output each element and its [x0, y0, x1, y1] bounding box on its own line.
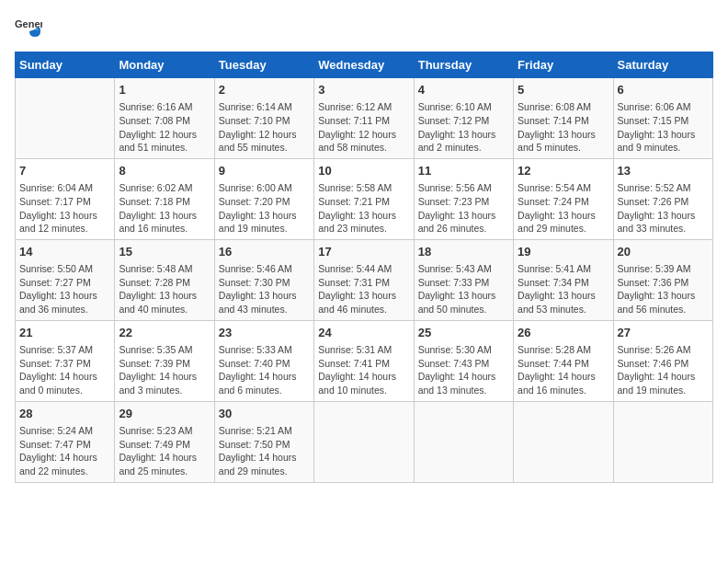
- calendar-cell: 24Sunrise: 5:31 AMSunset: 7:41 PMDayligh…: [314, 320, 414, 401]
- cell-line: Sunset: 7:10 PM: [219, 114, 310, 128]
- cell-content: Sunrise: 5:48 AMSunset: 7:28 PMDaylight:…: [119, 262, 210, 316]
- cell-line: Daylight: 13 hours: [119, 209, 210, 223]
- cell-line: Daylight: 14 hours: [219, 370, 310, 384]
- cell-line: Sunrise: 5:46 AM: [219, 262, 310, 276]
- cell-content: Sunrise: 5:24 AMSunset: 7:47 PMDaylight:…: [19, 424, 110, 478]
- day-number: 19: [518, 244, 609, 260]
- cell-line: Sunrise: 6:16 AM: [119, 100, 210, 114]
- cell-content: Sunrise: 5:26 AMSunset: 7:46 PMDaylight:…: [618, 343, 709, 397]
- calendar-cell: 11Sunrise: 5:56 AMSunset: 7:23 PMDayligh…: [414, 158, 513, 239]
- cell-content: Sunrise: 5:37 AMSunset: 7:37 PMDaylight:…: [19, 343, 110, 397]
- day-number: 7: [19, 163, 110, 179]
- cell-content: Sunrise: 6:06 AMSunset: 7:15 PMDaylight:…: [618, 100, 709, 155]
- cell-line: Daylight: 14 hours: [518, 370, 609, 384]
- days-header-row: SundayMondayTuesdayWednesdayThursdayFrid…: [16, 52, 713, 78]
- cell-line: Daylight: 13 hours: [219, 209, 310, 223]
- cell-line: Sunrise: 6:10 AM: [418, 100, 509, 114]
- cell-line: Sunrise: 5:28 AM: [518, 343, 609, 357]
- day-number: 2: [219, 82, 310, 98]
- cell-content: Sunrise: 6:12 AMSunset: 7:11 PMDaylight:…: [318, 100, 409, 155]
- day-of-week-wednesday: Wednesday: [314, 52, 414, 78]
- cell-line: Daylight: 14 hours: [318, 370, 409, 384]
- day-number: 15: [119, 244, 210, 260]
- cell-line: and 23 minutes.: [318, 222, 409, 236]
- cell-line: and 5 minutes.: [518, 141, 609, 155]
- cell-line: Sunrise: 6:06 AM: [618, 100, 709, 114]
- cell-content: Sunrise: 6:08 AMSunset: 7:14 PMDaylight:…: [518, 100, 609, 155]
- cell-line: and 53 minutes.: [518, 303, 609, 316]
- cell-line: Daylight: 13 hours: [518, 289, 609, 303]
- calendar-cell: 2Sunrise: 6:14 AMSunset: 7:10 PMDaylight…: [214, 78, 313, 159]
- cell-line: Sunset: 7:46 PM: [618, 357, 709, 371]
- logo-icon: General: [15, 15, 42, 42]
- week-row-2: 7Sunrise: 6:04 AMSunset: 7:17 PMDaylight…: [16, 158, 713, 239]
- calendar-cell: 18Sunrise: 5:43 AMSunset: 7:33 PMDayligh…: [414, 239, 513, 320]
- day-number: 26: [518, 325, 609, 341]
- cell-content: Sunrise: 5:52 AMSunset: 7:26 PMDaylight:…: [618, 181, 709, 236]
- cell-line: Sunrise: 5:44 AM: [318, 262, 409, 276]
- cell-line: Daylight: 13 hours: [418, 289, 509, 303]
- logo: General: [15, 15, 46, 42]
- day-number: 30: [219, 406, 310, 422]
- cell-line: and 6 minutes.: [219, 384, 310, 397]
- day-number: 3: [318, 82, 409, 98]
- week-row-3: 14Sunrise: 5:50 AMSunset: 7:27 PMDayligh…: [16, 239, 713, 320]
- cell-line: and 22 minutes.: [19, 465, 110, 478]
- cell-content: Sunrise: 6:10 AMSunset: 7:12 PMDaylight:…: [418, 100, 509, 155]
- cell-line: Sunset: 7:15 PM: [618, 114, 709, 128]
- day-number: 27: [618, 325, 709, 341]
- cell-line: Sunset: 7:47 PM: [19, 438, 110, 452]
- cell-line: and 2 minutes.: [418, 141, 509, 155]
- day-number: 20: [618, 244, 709, 260]
- day-number: 23: [219, 325, 310, 341]
- cell-content: Sunrise: 5:21 AMSunset: 7:50 PMDaylight:…: [219, 424, 310, 478]
- day-number: 22: [119, 325, 210, 341]
- day-of-week-monday: Monday: [115, 52, 214, 78]
- day-number: 18: [418, 244, 509, 260]
- cell-line: Daylight: 13 hours: [618, 289, 709, 303]
- cell-content: Sunrise: 5:33 AMSunset: 7:40 PMDaylight:…: [219, 343, 310, 397]
- cell-line: Daylight: 13 hours: [19, 289, 110, 303]
- cell-line: Sunset: 7:36 PM: [618, 276, 709, 290]
- cell-line: Sunrise: 5:41 AM: [518, 262, 609, 276]
- day-number: 25: [418, 325, 509, 341]
- cell-line: Sunrise: 6:12 AM: [318, 100, 409, 114]
- day-number: 9: [219, 163, 310, 179]
- day-number: 13: [618, 163, 709, 179]
- calendar-cell: [613, 401, 712, 482]
- calendar-cell: 13Sunrise: 5:52 AMSunset: 7:26 PMDayligh…: [613, 158, 712, 239]
- calendar-cell: 1Sunrise: 6:16 AMSunset: 7:08 PMDaylight…: [115, 78, 214, 159]
- calendar-cell: 19Sunrise: 5:41 AMSunset: 7:34 PMDayligh…: [514, 239, 613, 320]
- cell-line: Sunrise: 6:04 AM: [19, 181, 110, 195]
- calendar-cell: [514, 401, 613, 482]
- day-number: 12: [518, 163, 609, 179]
- cell-line: and 9 minutes.: [618, 141, 709, 155]
- day-of-week-sunday: Sunday: [16, 52, 115, 78]
- cell-line: Daylight: 14 hours: [19, 370, 110, 384]
- calendar-cell: 20Sunrise: 5:39 AMSunset: 7:36 PMDayligh…: [613, 239, 712, 320]
- cell-line: Sunrise: 6:14 AM: [219, 100, 310, 114]
- cell-line: Sunrise: 5:58 AM: [318, 181, 409, 195]
- cell-line: and 16 minutes.: [119, 222, 210, 236]
- cell-content: Sunrise: 6:16 AMSunset: 7:08 PMDaylight:…: [119, 100, 210, 155]
- calendar-cell: 4Sunrise: 6:10 AMSunset: 7:12 PMDaylight…: [414, 78, 513, 159]
- cell-line: and 29 minutes.: [518, 222, 609, 236]
- day-of-week-friday: Friday: [514, 52, 613, 78]
- calendar-cell: 23Sunrise: 5:33 AMSunset: 7:40 PMDayligh…: [214, 320, 313, 401]
- day-number: 28: [19, 406, 110, 422]
- cell-line: Daylight: 14 hours: [219, 451, 310, 465]
- day-number: 10: [318, 163, 409, 179]
- cell-content: Sunrise: 5:28 AMSunset: 7:44 PMDaylight:…: [518, 343, 609, 397]
- cell-content: Sunrise: 5:35 AMSunset: 7:39 PMDaylight:…: [119, 343, 210, 397]
- cell-content: Sunrise: 5:46 AMSunset: 7:30 PMDaylight:…: [219, 262, 310, 316]
- cell-line: Sunset: 7:18 PM: [119, 195, 210, 209]
- cell-line: Sunrise: 5:21 AM: [219, 424, 310, 438]
- calendar-cell: 25Sunrise: 5:30 AMSunset: 7:43 PMDayligh…: [414, 320, 513, 401]
- day-number: 4: [418, 82, 509, 98]
- cell-line: Sunrise: 5:39 AM: [618, 262, 709, 276]
- cell-line: Daylight: 12 hours: [318, 128, 409, 142]
- cell-line: Sunset: 7:33 PM: [418, 276, 509, 290]
- cell-content: Sunrise: 5:43 AMSunset: 7:33 PMDaylight:…: [418, 262, 509, 316]
- calendar-cell: 14Sunrise: 5:50 AMSunset: 7:27 PMDayligh…: [16, 239, 115, 320]
- cell-line: Sunset: 7:20 PM: [219, 195, 310, 209]
